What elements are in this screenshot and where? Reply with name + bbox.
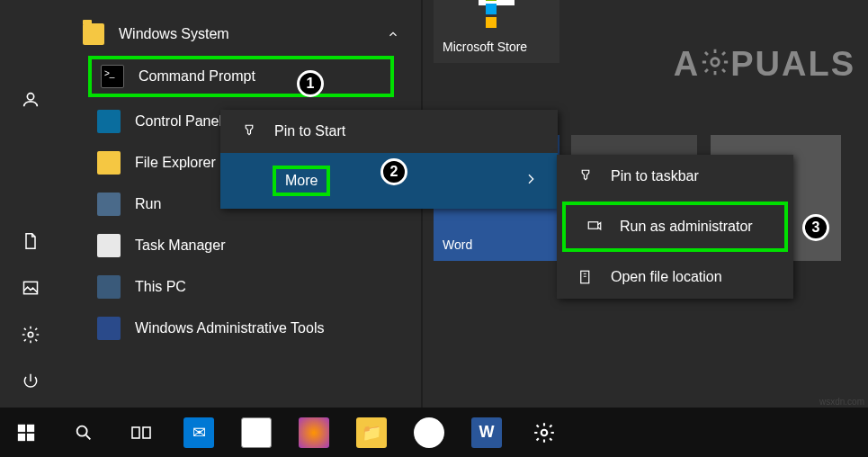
store-icon: 🛍: [241, 417, 272, 448]
taskbar-word[interactable]: W: [468, 414, 506, 452]
tile-label: Word: [443, 237, 550, 252]
pin-icon: [240, 122, 258, 140]
svg-rect-9: [27, 433, 34, 440]
item-label: This PC: [135, 279, 186, 295]
item-label: File Explorer: [135, 155, 216, 171]
item-label: Control Panel: [135, 113, 222, 130]
power-icon[interactable]: [21, 372, 40, 391]
ctx-label: Pin to Start: [274, 123, 345, 139]
pin-icon: [577, 167, 595, 185]
badge-3: 3: [802, 214, 829, 241]
footer-watermark: wsxdn.com: [819, 397, 864, 407]
ctx-label: Run as administrator: [620, 219, 753, 235]
firefox-icon: [299, 417, 329, 448]
taskbar-firefox[interactable]: [295, 414, 333, 452]
item-label: Run: [135, 196, 161, 212]
explorer-icon: 📁: [356, 417, 387, 448]
svg-rect-7: [27, 424, 34, 431]
svg-rect-5: [581, 271, 589, 283]
file-explorer-icon: [97, 151, 121, 175]
task-manager-icon: [97, 234, 121, 257]
cmd-icon: [101, 65, 124, 88]
svg-point-10: [77, 426, 87, 435]
this-pc-item[interactable]: This PC: [61, 266, 421, 308]
svg-rect-4: [588, 222, 598, 229]
microsoft-store-tile[interactable]: Microsoft Store: [434, 0, 559, 63]
ctx-label: More: [285, 173, 318, 188]
badge-2: 2: [380, 158, 407, 185]
ms-store-icon: [479, 0, 515, 5]
open-file-location-item[interactable]: Open file location: [557, 255, 793, 299]
pictures-icon[interactable]: [21, 278, 40, 298]
pin-to-taskbar-item[interactable]: Pin to taskbar: [557, 155, 793, 198]
this-pc-icon: [97, 275, 121, 299]
windows-admin-tools-item[interactable]: Windows Administrative Tools: [61, 308, 421, 349]
admin-tools-icon: [97, 317, 121, 340]
svg-point-3: [711, 58, 720, 67]
svg-point-0: [27, 94, 33, 100]
item-label: Command Prompt: [139, 68, 255, 85]
task-manager-item[interactable]: Task Manager: [61, 225, 421, 266]
more-highlight: More: [273, 166, 330, 196]
svg-rect-1: [24, 282, 38, 293]
item-label: Task Manager: [135, 237, 226, 254]
file-location-icon: [577, 268, 595, 286]
tile-label: Microsoft Store: [443, 40, 550, 54]
chrome-icon: ◉: [414, 417, 444, 448]
taskbar-store[interactable]: 🛍: [237, 414, 275, 452]
pin-to-start-item[interactable]: Pin to Start: [220, 110, 558, 153]
badge-1: 1: [297, 70, 324, 97]
user-account-icon[interactable]: [21, 90, 40, 110]
mail-icon: ✉: [183, 417, 214, 448]
task-view-button[interactable]: [122, 414, 160, 452]
control-panel-icon: [97, 110, 121, 133]
start-left-rail: [0, 0, 61, 408]
svg-rect-8: [18, 433, 25, 440]
command-prompt-item[interactable]: Command Prompt: [88, 56, 394, 97]
taskbar-settings[interactable]: [525, 414, 563, 452]
start-button[interactable]: [7, 414, 45, 452]
watermark-logo: APUALS: [674, 45, 855, 85]
settings-icon: [529, 417, 559, 448]
search-button[interactable]: [65, 414, 103, 452]
taskbar-chrome[interactable]: ◉: [410, 414, 448, 452]
chevron-up-icon: [387, 28, 399, 40]
svg-rect-11: [132, 427, 139, 438]
svg-point-13: [541, 429, 548, 435]
svg-point-2: [28, 332, 33, 337]
ctx-label: Open file location: [611, 269, 722, 285]
chevron-right-icon: [523, 172, 538, 190]
taskbar: ✉ 🛍 📁 ◉ W: [0, 408, 868, 457]
taskbar-mail[interactable]: ✉: [180, 414, 218, 452]
shield-icon: [586, 218, 604, 236]
svg-rect-12: [143, 427, 150, 438]
taskbar-file-explorer[interactable]: 📁: [353, 414, 390, 452]
run-icon: [97, 193, 121, 216]
windows-system-folder[interactable]: Windows System: [61, 16, 421, 52]
documents-icon[interactable]: [21, 231, 40, 251]
context-submenu: Pin to taskbar Run as administrator Open…: [557, 155, 793, 299]
run-as-admin-item[interactable]: Run as administrator: [562, 202, 788, 252]
item-label: Windows Administrative Tools: [135, 320, 324, 336]
settings-icon[interactable]: [21, 325, 40, 345]
svg-rect-6: [18, 424, 25, 431]
ctx-label: Pin to taskbar: [611, 168, 699, 184]
word-icon: W: [471, 417, 502, 448]
folder-label: Windows System: [119, 26, 229, 42]
folder-icon: [83, 23, 104, 45]
